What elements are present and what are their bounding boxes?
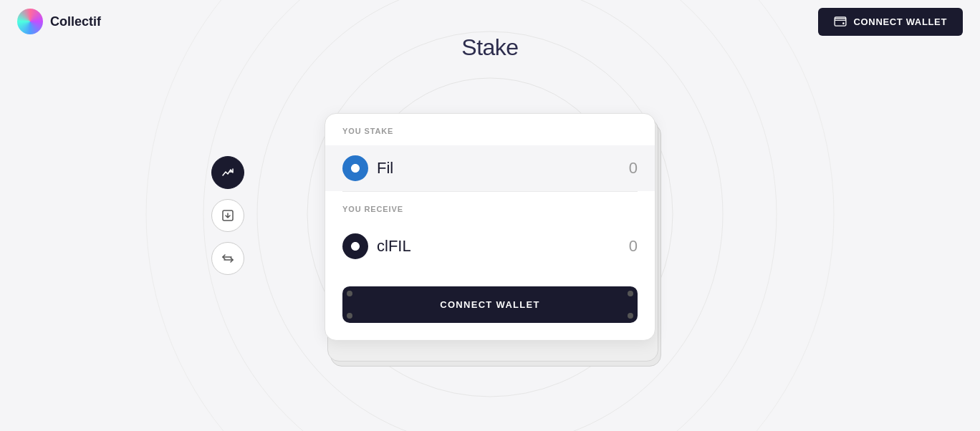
logo-area: Collectif [17,9,101,34]
side-navigation [211,156,244,275]
swap-icon [221,251,235,266]
btn-corner-tr [628,291,633,296]
wallet-icon [834,16,847,26]
card-stack: YOU STAKE Fil 0 YOU RECEIVE [325,113,655,341]
stake-token-row: Fil 0 [325,145,655,191]
btn-corner-br [628,313,633,319]
btn-corner-bl [347,313,352,319]
main-card: YOU STAKE Fil 0 YOU RECEIVE [325,113,655,341]
swap-nav-button[interactable] [211,242,244,275]
receive-token-amount: 0 [629,237,638,256]
receive-label: YOU RECEIVE [342,205,638,213]
button-wrapper: CONNECT WALLET [325,284,655,340]
btn-corner-tl [347,291,352,296]
connect-wallet-header-label: CONNECT WALLET [854,16,947,27]
fil-token-logo [342,155,368,181]
clfil-token-logo [342,233,368,259]
stake-icon [221,165,235,180]
receive-token-info: clFIL [342,233,411,259]
connect-wallet-main-button[interactable]: CONNECT WALLET [342,286,638,323]
svg-point-8 [842,22,845,24]
receive-section: YOU RECEIVE clFIL 0 [325,192,655,284]
connect-wallet-header-button[interactable]: CONNECT WALLET [818,8,963,36]
stake-token-name: Fil [377,159,393,178]
page-title: Stake [461,34,518,61]
stake-nav-button[interactable] [211,156,244,189]
receive-token-name: clFIL [377,237,411,256]
stake-token-amount: 0 [629,159,638,178]
connect-wallet-main-label: CONNECT WALLET [440,299,540,310]
logo-icon [17,9,43,34]
unstake-icon [221,208,235,223]
svg-rect-7 [835,19,846,26]
unstake-nav-button[interactable] [211,199,244,232]
stake-section: YOU STAKE Fil 0 [325,114,655,191]
logo-text: Collectif [50,14,101,29]
stake-label: YOU STAKE [342,127,638,135]
receive-token-row: clFIL 0 [342,223,638,269]
stake-token-info: Fil [342,155,393,181]
